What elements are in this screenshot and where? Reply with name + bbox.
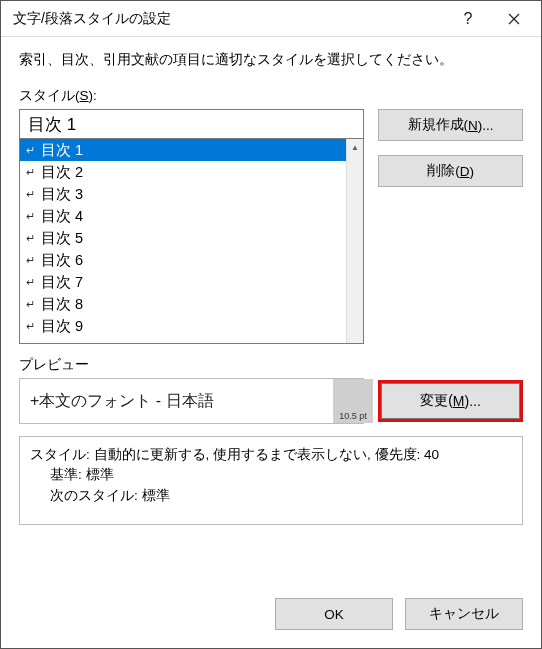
list-item-label: 目次 4	[37, 207, 83, 226]
list-item[interactable]: ↵ 目次 3	[20, 183, 346, 205]
new-style-button[interactable]: 新規作成(N)...	[378, 109, 523, 141]
list-item-label: 目次 6	[37, 251, 83, 270]
paragraph-icon: ↵	[26, 254, 35, 267]
close-icon	[508, 13, 520, 25]
help-button[interactable]: ?	[445, 1, 491, 37]
list-item[interactable]: ↵ 目次 5	[20, 227, 346, 249]
list-item-label: 目次 1	[37, 141, 83, 160]
paragraph-icon: ↵	[26, 232, 35, 245]
list-item[interactable]: ↵ 目次 2	[20, 161, 346, 183]
style-name-input[interactable]	[19, 109, 364, 139]
titlebar: 文字/段落スタイルの設定 ?	[1, 1, 541, 37]
list-item[interactable]: ↵ 目次 4	[20, 205, 346, 227]
paragraph-icon: ↵	[26, 210, 35, 223]
list-item[interactable]: ↵ 目次 1	[20, 139, 346, 161]
preview-box: +本文のフォント - 日本語 10.5 pt	[19, 378, 364, 424]
paragraph-icon: ↵	[26, 320, 35, 333]
instruction-text: 索引、目次、引用文献の項目に適切なスタイルを選択してください。	[19, 51, 523, 69]
list-item-label: 目次 2	[37, 163, 83, 182]
style-info-box: スタイル: 自動的に更新する, 使用するまで表示しない, 優先度: 40 基準:…	[19, 436, 523, 525]
preview-font-text: +本文のフォント - 日本語	[30, 391, 353, 412]
list-item-label: 目次 9	[37, 317, 83, 336]
style-label: スタイル(S):	[19, 87, 523, 105]
list-item-label: 目次 7	[37, 273, 83, 292]
paragraph-icon: ↵	[26, 298, 35, 311]
list-item[interactable]: ↵ 目次 8	[20, 293, 346, 315]
delete-style-button[interactable]: 削除(D)	[378, 155, 523, 187]
cancel-button[interactable]: キャンセル	[405, 598, 523, 630]
list-item[interactable]: ↵ 目次 6	[20, 249, 346, 271]
list-item[interactable]: ↵ 目次 7	[20, 271, 346, 293]
paragraph-icon: ↵	[26, 188, 35, 201]
preview-label: プレビュー	[19, 356, 523, 374]
style-settings-dialog: 文字/段落スタイルの設定 ? 索引、目次、引用文献の項目に適切なスタイルを選択し…	[0, 0, 542, 649]
modify-button[interactable]: 変更(M)...	[378, 380, 523, 422]
list-item-label: 目次 8	[37, 295, 83, 314]
dialog-footer: OK キャンセル	[1, 584, 541, 648]
scrollbar[interactable]: ▲	[346, 139, 363, 343]
paragraph-icon: ↵	[26, 166, 35, 179]
scroll-up-icon[interactable]: ▲	[347, 139, 363, 156]
list-item-label: 目次 5	[37, 229, 83, 248]
info-line-2: 基準: 標準	[30, 465, 512, 485]
list-item[interactable]: ↵ 目次 9	[20, 315, 346, 337]
paragraph-icon: ↵	[26, 276, 35, 289]
paragraph-icon: ↵	[26, 144, 35, 157]
info-line-3: 次のスタイル: 標準	[30, 486, 512, 506]
list-item-label: 目次 3	[37, 185, 83, 204]
close-button[interactable]	[491, 1, 537, 37]
ok-button[interactable]: OK	[275, 598, 393, 630]
preview-pt-badge: 10.5 pt	[333, 379, 373, 423]
info-line-1: スタイル: 自動的に更新する, 使用するまで表示しない, 優先度: 40	[30, 445, 512, 465]
dialog-title: 文字/段落スタイルの設定	[13, 10, 445, 28]
style-listbox[interactable]: ↵ 目次 1↵ 目次 2↵ 目次 3↵ 目次 4↵ 目次 5↵ 目次 6↵ 目次…	[19, 138, 364, 344]
